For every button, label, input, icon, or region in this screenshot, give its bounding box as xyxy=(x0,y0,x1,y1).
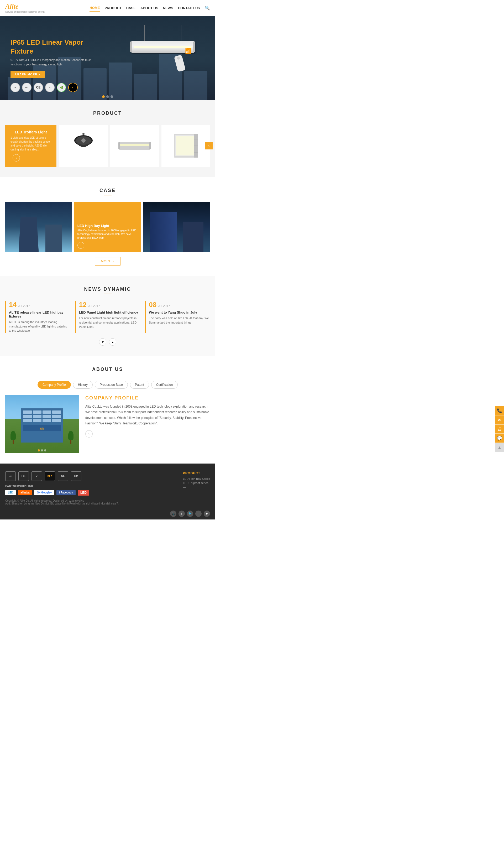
logo[interactable]: Alite Service of good faith,customer pri… xyxy=(5,3,45,13)
hero-tag: IP65 xyxy=(11,38,25,46)
tab-certification[interactable]: Certification xyxy=(151,381,178,389)
case-card-3[interactable] xyxy=(143,202,210,252)
product-card-featured[interactable]: LED Troffers Light 1 Light and dual LED … xyxy=(5,125,56,167)
product-card-panel[interactable] xyxy=(161,125,210,167)
hero-section: IP65 LED Linear Vapor Fixture 0-10V DIM,… xyxy=(0,16,215,100)
social-facebook[interactable]: f xyxy=(179,511,185,517)
news-desc-2: For new construction and remodel project… xyxy=(79,316,140,329)
about-company-desc: Alite Co.,Ltd was founded in 2008,engage… xyxy=(85,404,210,427)
logo-subtitle: Service of good faith,customer priority xyxy=(5,11,45,13)
product-section-title: PRODUCT xyxy=(5,111,210,116)
partner-alibaba[interactable]: alibaba xyxy=(18,490,32,495)
product-grid: LED Troffers Light 1 Light and dual LED … xyxy=(5,125,210,167)
hero-dot-2[interactable] xyxy=(106,95,109,98)
svg-rect-15 xyxy=(120,144,149,146)
nav-contact[interactable]: CONTACT US xyxy=(178,5,200,11)
product-section: PRODUCT LED Troffers Light 1 Light and d… xyxy=(0,100,215,177)
building: 富朗 xyxy=(21,408,63,443)
partner-facebook[interactable]: f Facebook xyxy=(56,490,76,495)
case-card-highlighted[interactable]: LED High Bay Light Alite Co.,Ltd was fou… xyxy=(74,202,141,252)
news-month-1: Jul 2017 xyxy=(18,304,30,308)
product-card-linear[interactable] xyxy=(110,125,159,167)
footer-left: GS CE ✓ DLC UL FC PARTNERSHIP LINK LED a… xyxy=(5,472,119,505)
window xyxy=(33,419,42,422)
case-card-1[interactable] xyxy=(5,202,72,252)
company-sign-text: 富朗 xyxy=(40,428,44,430)
partner-led[interactable]: LED xyxy=(78,490,89,496)
tree-1 xyxy=(9,431,17,444)
product-next-button[interactable]: › xyxy=(205,142,213,149)
nav-news[interactable]: NEWS xyxy=(163,5,173,11)
footer-link-triproof[interactable]: LED Tri proof series xyxy=(183,481,210,484)
news-month-3: Jul 2017 xyxy=(158,304,170,308)
footer-address: Add: Shenzhen Longhua New District, Big … xyxy=(5,502,119,505)
tab-production-base[interactable]: Production Base xyxy=(95,381,128,389)
about-dot-3[interactable] xyxy=(44,449,46,451)
social-youtube[interactable]: ▶ xyxy=(204,511,210,517)
footer-link-highbay[interactable]: LED High Bay Series xyxy=(183,477,210,480)
footer-copyright: Copyright © Alite Co.,All rights reserve… xyxy=(5,499,119,502)
news-date-3: 08 Jul 2017 xyxy=(149,301,210,309)
nav-product[interactable]: PRODUCT xyxy=(104,5,121,11)
social-pinterest[interactable]: P xyxy=(195,511,201,517)
news-title-1[interactable]: ALITE release linear LED highbay fixture… xyxy=(9,311,70,318)
case-more-button[interactable]: MORE › xyxy=(95,257,120,266)
news-month-2: Jul 2017 xyxy=(88,304,100,308)
product-card-arrow-btn[interactable]: › xyxy=(13,154,20,161)
product-card-highbay[interactable] xyxy=(59,125,108,167)
cert-green: 🌿 xyxy=(57,83,66,92)
nav-case[interactable]: CASE xyxy=(126,5,136,11)
case-card-desc: Alite Co.,Ltd was founded in 2008,engage… xyxy=(78,229,138,240)
learn-more-button[interactable]: LEARN MORE › xyxy=(11,70,45,78)
about-company-title: COMPANY PROFILE xyxy=(85,395,210,401)
footer-product-links: PRODUCT LED High Bay Series LED Tri proo… xyxy=(183,472,210,490)
tab-history[interactable]: History xyxy=(73,381,93,389)
svg-rect-6 xyxy=(174,54,186,72)
footer-cert-ul: UL xyxy=(58,472,68,481)
cert-ce: CE xyxy=(34,83,43,92)
news-next-btn[interactable]: ▴ xyxy=(109,338,116,346)
svg-point-11 xyxy=(81,139,85,143)
news-prev-btn[interactable]: ▾ xyxy=(99,338,106,346)
case-section-line xyxy=(104,195,112,195)
hero-dots xyxy=(102,95,113,98)
partner-led-magazine[interactable]: LED xyxy=(5,490,16,495)
window xyxy=(33,411,42,414)
tree-trunk-2 xyxy=(70,440,71,444)
fixture-svg: 📶 xyxy=(124,25,202,75)
svg-rect-4 xyxy=(130,42,132,52)
hero-content: IP65 LED Linear Vapor Fixture 0-10V DIM,… xyxy=(0,30,110,86)
about-section: ABOUT US Company Profile History Product… xyxy=(0,356,215,463)
about-dot-1[interactable] xyxy=(38,449,40,451)
footer-social-icons: 📷 f 🐦 P ▶ xyxy=(170,511,210,517)
search-icon[interactable]: 🔍 xyxy=(205,5,210,11)
window xyxy=(23,419,32,422)
social-twitter[interactable]: 🐦 xyxy=(187,511,193,517)
news-section: NEWS DYNAMIC 14 Jul 2017 ALITE release l… xyxy=(0,276,215,356)
company-sign: 富朗 xyxy=(23,425,61,431)
news-navigation: ▾ ▴ xyxy=(5,338,210,346)
main-nav: HOME PRODUCT CASE ABOUT US NEWS CONTACT … xyxy=(90,4,210,12)
svg-rect-17 xyxy=(149,142,151,149)
case-card-arrow-btn[interactable]: › xyxy=(78,242,84,249)
tab-patent[interactable]: Patent xyxy=(130,381,149,389)
hero-title: IP65 LED Linear Vapor Fixture xyxy=(11,38,100,56)
news-card-3: 08 Jul 2017 We went to Yang Shuo in July… xyxy=(145,301,210,333)
hero-dot-3[interactable] xyxy=(111,95,113,98)
nav-home[interactable]: HOME xyxy=(90,4,100,12)
partner-google[interactable]: G+ Google+ xyxy=(34,490,54,495)
footer-bottom: 📷 f 🐦 P ▶ xyxy=(5,508,210,517)
social-instagram[interactable]: 📷 xyxy=(170,511,176,517)
tab-company-profile[interactable]: Company Profile xyxy=(37,381,71,389)
news-card-2: 12 Jul 2017 LED Panel Light high light e… xyxy=(75,301,140,333)
news-title-3[interactable]: We went to Yang Shuo in July xyxy=(149,311,210,314)
news-date-1: 14 Jul 2017 xyxy=(9,301,70,309)
news-title-2[interactable]: LED Panel Light high light efficiency xyxy=(79,311,140,314)
hero-dot-1[interactable] xyxy=(102,95,105,98)
about-section-line xyxy=(104,374,112,374)
case-grid: LED High Bay Light Alite Co.,Ltd was fou… xyxy=(5,202,210,252)
arrow-right-icon: › xyxy=(39,73,40,76)
nav-about[interactable]: ABOUT US xyxy=(141,5,158,11)
about-read-more-btn[interactable]: › xyxy=(85,430,93,438)
about-dot-2[interactable] xyxy=(41,449,43,451)
